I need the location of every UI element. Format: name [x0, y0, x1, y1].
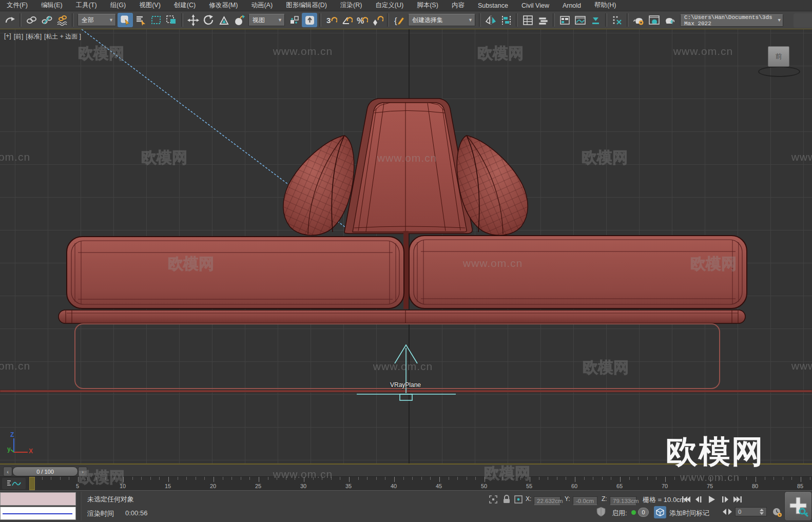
menu-item[interactable]: 帮助(H): [588, 1, 623, 10]
named-selection-set-dropdown[interactable]: 创建选择集▼: [408, 14, 475, 26]
frame-spinner-arrows[interactable]: [722, 508, 733, 516]
menu-item[interactable]: 自定义(U): [369, 1, 410, 10]
current-frame-marker[interactable]: [29, 477, 35, 490]
y-coord-field[interactable]: -0.0cm: [573, 496, 597, 505]
frame-tick-label: 35: [345, 483, 352, 489]
menu-item[interactable]: 图形编辑器(D): [279, 1, 334, 10]
chevron-down-icon: ▼: [109, 17, 113, 23]
unlink-selection-button[interactable]: [39, 13, 54, 27]
edit-named-selection-sets-button[interactable]: {: [391, 13, 407, 27]
align-button[interactable]: [498, 13, 514, 27]
viewport-menu-renderer[interactable]: [标准]: [26, 32, 42, 41]
next-frame-arrow[interactable]: ›: [78, 467, 87, 476]
track-bar[interactable]: 0510152025303540455055606570758085: [0, 476, 812, 490]
macro-recorder-field[interactable]: [0, 492, 76, 506]
selection-filter-dropdown[interactable]: 全部▼: [78, 14, 116, 26]
statusbar-separator: [80, 492, 81, 520]
redo-button[interactable]: [2, 13, 17, 27]
reference-coordinate-dropdown[interactable]: 视图▼: [248, 14, 285, 26]
chevron-down-icon: ▼: [278, 17, 282, 23]
rendered-frame-window-button[interactable]: [646, 13, 662, 27]
frame-tick-label: 65: [616, 483, 623, 489]
render-setup-button[interactable]: [631, 13, 646, 27]
mini-curve-editor-button[interactable]: [2, 478, 26, 489]
clipped-toolbar-icon[interactable]: [794, 13, 812, 28]
menu-item[interactable]: 修改器(M): [202, 1, 244, 10]
project-folder-dropdown[interactable]: C:\Users\Han\Documents\3ds Max 2022▼: [680, 14, 783, 27]
window-crossing-toggle-button[interactable]: [164, 13, 179, 27]
main-toolbar: 全部▼ 视图▼: [0, 11, 812, 29]
select-and-place-button[interactable]: [231, 13, 247, 27]
maxscript-listener-field[interactable]: [0, 507, 76, 520]
play-animation-button[interactable]: [705, 493, 719, 506]
toggle-scene-explorer-button[interactable]: [520, 13, 535, 27]
menu-item[interactable]: 编辑(E): [34, 1, 69, 10]
menu-item[interactable]: Substance: [471, 2, 515, 9]
blocked-scripts-count[interactable]: 0: [638, 508, 649, 517]
viewport-menu-pov[interactable]: [前]: [14, 32, 24, 41]
svg-text:{: {: [394, 16, 397, 26]
ribbon-minimize-button[interactable]: [588, 13, 603, 27]
spinner-snap-toggle-button[interactable]: [370, 13, 385, 27]
menu-item[interactable]: 渲染(R): [334, 1, 369, 10]
time-tag-cube-button[interactable]: [654, 506, 666, 518]
menu-item[interactable]: 内容: [445, 1, 471, 10]
select-and-scale-button[interactable]: [216, 13, 231, 27]
time-configuration-button[interactable]: [771, 506, 783, 518]
toggle-ribbon-button[interactable]: [557, 13, 572, 27]
menu-item[interactable]: 动画(A): [244, 1, 279, 10]
menu-item[interactable]: Arnold: [556, 2, 588, 9]
select-object-button[interactable]: [118, 13, 133, 27]
viewcube-ring[interactable]: [758, 66, 800, 77]
viewcube[interactable]: 前: [768, 46, 789, 67]
viewport-front[interactable]: [0, 29, 812, 463]
vrayplane-object-label[interactable]: VRayPlane: [390, 381, 421, 389]
angle-snap-toggle-button[interactable]: [339, 13, 354, 27]
menu-item[interactable]: 文件(F): [0, 1, 34, 10]
z-coord-field[interactable]: 79.133cm: [610, 496, 636, 505]
go-to-start-button[interactable]: [681, 493, 692, 506]
viewport-menu-general[interactable]: [+]: [4, 32, 11, 41]
select-and-link-button[interactable]: [24, 13, 39, 27]
menu-item[interactable]: 视图(V): [132, 1, 167, 10]
mirror-button[interactable]: [483, 13, 498, 27]
menu-item[interactable]: Civil View: [515, 2, 556, 9]
menu-item[interactable]: 组(G): [104, 1, 133, 10]
x-coord-field[interactable]: 22.632cm: [534, 496, 560, 505]
percent-snap-toggle-button[interactable]: %: [354, 13, 370, 27]
render-production-button[interactable]: [662, 13, 677, 27]
y-coord-label: Y:: [565, 495, 570, 502]
previous-frame-button[interactable]: [693, 493, 704, 506]
select-and-move-button[interactable]: [185, 13, 201, 27]
menu-item[interactable]: 工具(T): [69, 1, 104, 10]
scene-security-shield-icon[interactable]: [595, 506, 607, 517]
isolate-selection-toggle[interactable]: [488, 494, 498, 505]
previous-frame-arrow[interactable]: ‹: [3, 467, 12, 476]
next-frame-button[interactable]: [720, 493, 731, 506]
frame-tick-label: 45: [436, 483, 442, 489]
select-by-name-button[interactable]: [133, 13, 148, 27]
viewcube-face-label: 前: [776, 52, 782, 61]
absolute-offset-mode-toggle[interactable]: [513, 494, 524, 505]
select-and-rotate-button[interactable]: [201, 13, 216, 27]
time-slider[interactable]: 0 / 100: [12, 467, 78, 476]
go-to-end-button[interactable]: [732, 493, 743, 506]
selection-lock-toggle[interactable]: [501, 494, 512, 505]
z-coord-value: 79.133cm: [613, 498, 639, 504]
add-time-tag-label[interactable]: 添加时间标记: [669, 509, 709, 518]
snaps-toggle-button[interactable]: 3: [323, 13, 339, 27]
bind-to-space-warp-button[interactable]: [54, 13, 70, 27]
menu-item[interactable]: 脚本(S): [410, 1, 445, 10]
use-pivot-center-button[interactable]: [286, 13, 302, 27]
rectangular-selection-region-button[interactable]: [148, 13, 164, 27]
create-key-button[interactable]: [784, 491, 812, 521]
curve-editor-button[interactable]: [572, 13, 588, 27]
menu-item[interactable]: 创建(C): [167, 1, 202, 10]
select-and-manipulate-button[interactable]: [302, 13, 317, 27]
schematic-view-button[interactable]: [609, 13, 625, 27]
current-frame-field[interactable]: 0: [735, 507, 767, 516]
viewport-menu-shading[interactable]: [粘土 + 边面 ]: [44, 32, 81, 41]
listener-cursor: [3, 513, 72, 514]
toggle-layer-explorer-button[interactable]: [535, 13, 551, 27]
spinner-icon[interactable]: [760, 509, 764, 515]
